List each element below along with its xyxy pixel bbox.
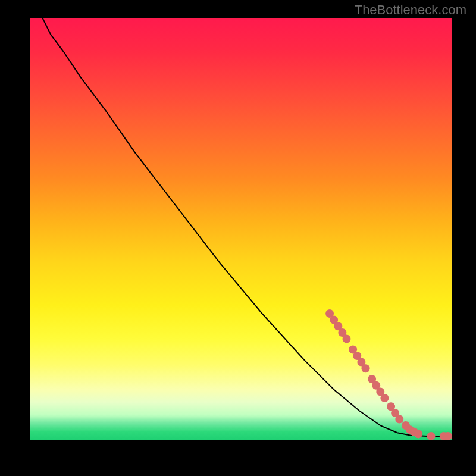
data-point: [380, 394, 389, 402]
data-point: [395, 415, 403, 424]
chart-area: [30, 18, 452, 440]
data-point: [444, 432, 452, 440]
bottleneck-curve: [42, 18, 452, 436]
highlighted-points-group: [325, 309, 452, 440]
curve-line: [42, 18, 452, 436]
watermark-text: TheBottleneck.com: [355, 2, 466, 18]
data-point: [427, 432, 436, 440]
chart-svg: [30, 18, 452, 440]
data-point: [362, 364, 370, 372]
data-point: [343, 335, 351, 343]
data-point: [414, 430, 422, 438]
